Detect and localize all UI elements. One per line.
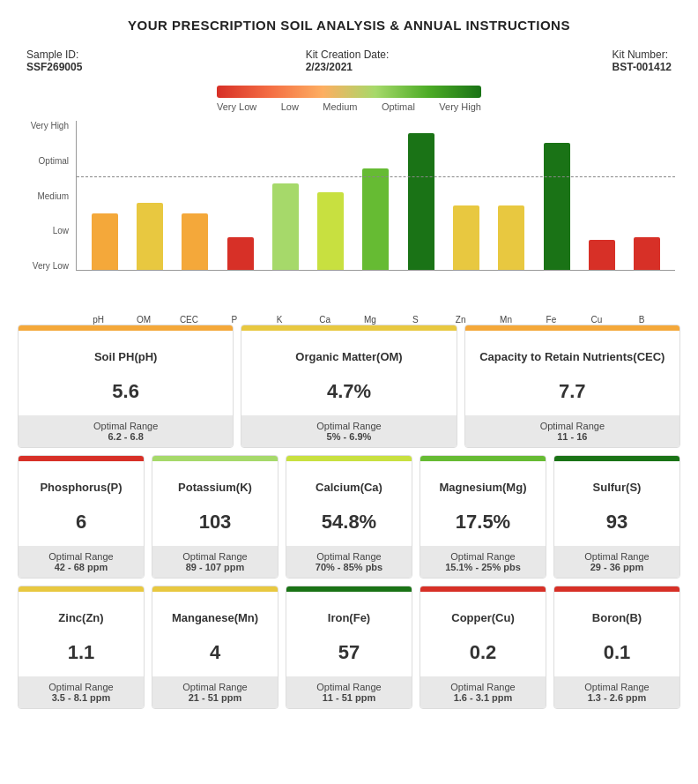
card-1: Organic Matter(OM)4.7%Optimal Range5% - … <box>241 325 457 448</box>
bar-group-mn <box>498 121 524 270</box>
y-label-low: Low <box>53 226 69 235</box>
y-label-optimal: Optimal <box>39 156 69 166</box>
bar-om <box>137 203 163 270</box>
card-title-4: Sulfur(S) <box>561 470 672 505</box>
x-label-mn: Mn <box>493 315 519 325</box>
card-footer-1: Optimal Range5% - 6.9% <box>241 415 456 447</box>
sample-id-label: Sample ID: <box>26 49 78 61</box>
legend: Very Low Low Medium Optimal Very High <box>18 86 680 112</box>
card-value-1: 103 <box>160 511 271 534</box>
card-2: Iron(Fe)57Optimal Range11 - 51 ppm <box>286 586 412 709</box>
kit-creation-item: Kit Creation Date: 2/23/2021 <box>306 49 390 73</box>
card-title-4: Boron(B) <box>561 601 672 636</box>
card-value-3: 0.2 <box>427 641 538 664</box>
bar-group-p <box>227 121 254 270</box>
meta-row: Sample ID: SSF269005 Kit Creation Date: … <box>18 49 680 73</box>
card-footer-4: Optimal Range29 - 36 ppm <box>554 546 679 578</box>
mid-cards-row: Phosphorus(P)6Optimal Range42 - 68 ppmPo… <box>18 455 680 579</box>
chart-y-axis: Very High Optimal Medium Low Very Low <box>23 121 74 271</box>
bar-group-b <box>634 121 660 270</box>
card-footer-0: Optimal Range42 - 68 ppm <box>19 546 144 578</box>
x-label-fe: Fe <box>538 315 564 325</box>
chart-area <box>76 121 675 271</box>
bar-fe <box>544 143 570 270</box>
x-label-om: OM <box>130 315 157 325</box>
card-value-1: 4 <box>160 641 271 664</box>
bot-cards-row: Zinc(Zn)1.1Optimal Range3.5 - 8.1 ppmMan… <box>18 586 680 709</box>
legend-bar <box>217 86 481 98</box>
kit-number-item: Kit Number: BST-001412 <box>613 49 672 73</box>
card-footer-1: Optimal Range21 - 51 ppm <box>152 676 278 708</box>
x-label-ca: Ca <box>312 315 338 325</box>
card-value-2: 7.7 <box>472 380 672 403</box>
optimal-line <box>77 176 675 177</box>
card-title-3: Copper(Cu) <box>427 601 538 636</box>
y-label-very-low: Very Low <box>33 261 69 271</box>
card-footer-3: Optimal Range1.6 - 3.1 ppm <box>420 676 546 708</box>
card-title-1: Potassium(K) <box>160 470 271 505</box>
card-value-0: 5.6 <box>26 380 226 403</box>
bar-group-mg <box>362 121 389 270</box>
card-footer-2: Optimal Range11 - 51 ppm <box>286 676 412 708</box>
card-value-0: 1.1 <box>26 641 137 664</box>
card-4: Sulfur(S)93Optimal Range29 - 36 ppm <box>553 455 680 579</box>
card-title-0: Phosphorus(P) <box>26 470 137 505</box>
page-title: YOUR PRESCRIPTION SOIL ANALYSIS & ANNUAL… <box>18 18 680 33</box>
card-footer-1: Optimal Range89 - 107 ppm <box>152 546 278 578</box>
card-footer-2: Optimal Range11 - 16 <box>465 415 679 447</box>
card-0: Zinc(Zn)1.1Optimal Range3.5 - 8.1 ppm <box>18 586 145 709</box>
card-footer-4: Optimal Range1.3 - 2.6 ppm <box>554 676 679 708</box>
card-title-2: Capacity to Retain Nutrients(CEC) <box>472 340 672 375</box>
bar-ca <box>317 192 344 270</box>
card-footer-2: Optimal Range70% - 85% pbs <box>286 546 412 578</box>
card-title-1: Manganese(Mn) <box>160 601 271 636</box>
top-cards-row: Soil PH(pH)5.6Optimal Range6.2 - 6.8Orga… <box>18 325 680 448</box>
legend-low: Low <box>281 101 299 112</box>
bar-b <box>634 237 660 270</box>
x-label-ph: pH <box>85 315 112 325</box>
x-label-k: K <box>266 315 293 325</box>
x-label-p: P <box>221 315 248 325</box>
legend-medium: Medium <box>323 101 357 112</box>
card-value-0: 6 <box>26 511 137 534</box>
card-footer-3: Optimal Range15.1% - 25% pbs <box>420 546 546 578</box>
x-label-s: S <box>402 315 428 325</box>
card-value-2: 54.8% <box>293 511 405 534</box>
sample-id-item: Sample ID: SSF269005 <box>26 49 82 73</box>
card-4: Boron(B)0.1Optimal Range1.3 - 2.6 ppm <box>553 586 680 709</box>
x-label-cec: CEC <box>175 315 202 325</box>
card-title-3: Magnesium(Mg) <box>427 470 538 505</box>
legend-labels: Very Low Low Medium Optimal Very High <box>217 101 481 112</box>
y-label-medium: Medium <box>37 191 69 201</box>
bar-group-fe <box>544 121 570 270</box>
bar-group-k <box>272 121 299 270</box>
bar-ph <box>92 213 118 270</box>
bar-group-om <box>137 121 163 270</box>
bar-group-ph <box>92 121 118 270</box>
card-3: Copper(Cu)0.2Optimal Range1.6 - 3.1 ppm <box>420 586 546 709</box>
bar-k <box>272 183 299 270</box>
card-0: Soil PH(pH)5.6Optimal Range6.2 - 6.8 <box>18 325 234 448</box>
kit-creation-label: Kit Creation Date: <box>306 49 390 61</box>
bar-mn <box>498 205 524 270</box>
legend-very-low: Very Low <box>217 101 256 112</box>
bar-cu <box>589 240 615 270</box>
bar-group-cec <box>182 121 208 270</box>
card-title-1: Organic Matter(OM) <box>249 340 449 375</box>
bar-cec <box>182 213 208 270</box>
card-title-0: Zinc(Zn) <box>26 601 137 636</box>
card-value-3: 17.5% <box>427 511 538 534</box>
kit-number-label: Kit Number: <box>613 49 668 61</box>
legend-optimal: Optimal <box>382 101 415 112</box>
card-title-2: Iron(Fe) <box>293 601 405 636</box>
sample-id-value: SSF269005 <box>26 61 82 73</box>
x-label-mg: Mg <box>357 315 383 325</box>
card-title-2: Calcium(Ca) <box>293 470 405 505</box>
chart-container: Very High Optimal Medium Low Very Low <box>23 121 675 297</box>
bar-group-s <box>408 121 434 270</box>
chart-x-labels: pHOMCECPKCaMgSZnMnFeCuB <box>71 315 670 325</box>
kit-creation-value: 2/23/2021 <box>306 61 390 73</box>
x-label-b: B <box>628 315 655 325</box>
card-2: Calcium(Ca)54.8%Optimal Range70% - 85% p… <box>286 455 412 579</box>
bar-group-ca <box>317 121 344 270</box>
